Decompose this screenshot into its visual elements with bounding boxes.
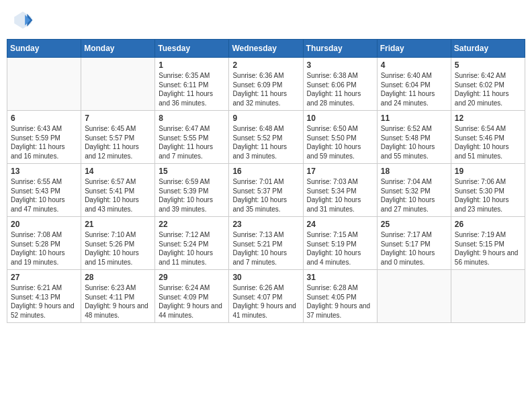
day-number: 13 bbox=[11, 167, 77, 176]
day-info: Sunrise: 7:13 AM Sunset: 5:21 PM Dayligh… bbox=[232, 230, 299, 267]
day-info: Sunrise: 6:40 AM Sunset: 6:04 PM Dayligh… bbox=[381, 71, 447, 107]
calendar-day-cell: 5Sunrise: 6:42 AM Sunset: 6:02 PM Daylig… bbox=[451, 58, 525, 111]
day-number: 5 bbox=[455, 60, 521, 70]
day-number: 30 bbox=[232, 273, 299, 282]
day-info: Sunrise: 6:48 AM Sunset: 5:52 PM Dayligh… bbox=[232, 124, 299, 161]
calendar-day-cell: 17Sunrise: 7:03 AM Sunset: 5:34 PM Dayli… bbox=[303, 164, 377, 217]
calendar-day-cell: 20Sunrise: 7:08 AM Sunset: 5:28 PM Dayli… bbox=[7, 217, 81, 270]
calendar-day-cell: 4Sunrise: 6:40 AM Sunset: 6:04 PM Daylig… bbox=[377, 58, 451, 111]
day-number: 24 bbox=[307, 220, 373, 229]
day-number: 3 bbox=[307, 60, 373, 70]
calendar-day-cell: 30Sunrise: 6:26 AM Sunset: 4:07 PM Dayli… bbox=[229, 270, 303, 323]
calendar-day-cell bbox=[377, 270, 451, 323]
weekday-header-monday: Monday bbox=[81, 40, 155, 58]
day-number: 12 bbox=[455, 113, 521, 123]
day-number: 18 bbox=[381, 167, 447, 176]
weekday-header-friday: Friday bbox=[377, 40, 451, 58]
calendar-day-cell: 29Sunrise: 6:24 AM Sunset: 4:09 PM Dayli… bbox=[155, 270, 229, 323]
day-info: Sunrise: 7:10 AM Sunset: 5:26 PM Dayligh… bbox=[85, 230, 151, 267]
calendar-week-row: 1Sunrise: 6:35 AM Sunset: 6:11 PM Daylig… bbox=[7, 58, 525, 111]
day-number: 31 bbox=[307, 273, 373, 282]
day-info: Sunrise: 6:59 AM Sunset: 5:39 PM Dayligh… bbox=[159, 177, 225, 214]
day-number: 11 bbox=[381, 113, 447, 123]
day-number: 6 bbox=[11, 113, 77, 123]
day-number: 2 bbox=[232, 60, 299, 70]
weekday-header-sunday: Sunday bbox=[7, 40, 81, 58]
calendar-day-cell: 27Sunrise: 6:21 AM Sunset: 4:13 PM Dayli… bbox=[7, 270, 81, 323]
day-info: Sunrise: 6:43 AM Sunset: 5:59 PM Dayligh… bbox=[11, 124, 77, 161]
day-info: Sunrise: 7:12 AM Sunset: 5:24 PM Dayligh… bbox=[159, 230, 225, 267]
calendar-day-cell: 9Sunrise: 6:48 AM Sunset: 5:52 PM Daylig… bbox=[229, 111, 303, 164]
day-info: Sunrise: 6:35 AM Sunset: 6:11 PM Dayligh… bbox=[159, 71, 225, 107]
logo bbox=[12, 9, 35, 31]
day-number: 14 bbox=[85, 167, 151, 176]
day-info: Sunrise: 6:55 AM Sunset: 5:43 PM Dayligh… bbox=[11, 177, 77, 214]
calendar-week-row: 27Sunrise: 6:21 AM Sunset: 4:13 PM Dayli… bbox=[7, 270, 525, 323]
day-info: Sunrise: 6:54 AM Sunset: 5:46 PM Dayligh… bbox=[455, 124, 521, 161]
calendar-day-cell: 26Sunrise: 7:19 AM Sunset: 5:15 PM Dayli… bbox=[451, 217, 525, 270]
day-info: Sunrise: 7:04 AM Sunset: 5:32 PM Dayligh… bbox=[381, 177, 447, 214]
day-info: Sunrise: 7:17 AM Sunset: 5:17 PM Dayligh… bbox=[381, 230, 447, 267]
day-number: 4 bbox=[381, 60, 447, 70]
day-info: Sunrise: 6:21 AM Sunset: 4:13 PM Dayligh… bbox=[11, 283, 77, 320]
day-number: 27 bbox=[11, 273, 77, 282]
calendar-day-cell: 19Sunrise: 7:06 AM Sunset: 5:30 PM Dayli… bbox=[451, 164, 525, 217]
calendar-day-cell bbox=[7, 58, 81, 111]
day-number: 1 bbox=[159, 60, 225, 70]
day-number: 21 bbox=[85, 220, 151, 229]
calendar-day-cell: 12Sunrise: 6:54 AM Sunset: 5:46 PM Dayli… bbox=[451, 111, 525, 164]
calendar-day-cell: 24Sunrise: 7:15 AM Sunset: 5:19 PM Dayli… bbox=[303, 217, 377, 270]
calendar-day-cell: 13Sunrise: 6:55 AM Sunset: 5:43 PM Dayli… bbox=[7, 164, 81, 217]
calendar-day-cell: 7Sunrise: 6:45 AM Sunset: 5:57 PM Daylig… bbox=[81, 111, 155, 164]
day-number: 29 bbox=[159, 273, 225, 282]
calendar-day-cell: 28Sunrise: 6:23 AM Sunset: 4:11 PM Dayli… bbox=[81, 270, 155, 323]
day-info: Sunrise: 6:52 AM Sunset: 5:48 PM Dayligh… bbox=[381, 124, 447, 161]
day-number: 9 bbox=[232, 113, 299, 123]
calendar-day-cell: 21Sunrise: 7:10 AM Sunset: 5:26 PM Dayli… bbox=[81, 217, 155, 270]
calendar-table: SundayMondayTuesdayWednesdayThursdayFrid… bbox=[7, 39, 525, 323]
day-info: Sunrise: 7:19 AM Sunset: 5:15 PM Dayligh… bbox=[455, 230, 521, 267]
day-info: Sunrise: 6:36 AM Sunset: 6:09 PM Dayligh… bbox=[232, 71, 299, 107]
day-info: Sunrise: 6:26 AM Sunset: 4:07 PM Dayligh… bbox=[232, 283, 299, 320]
weekday-header-thursday: Thursday bbox=[303, 40, 377, 58]
day-info: Sunrise: 7:08 AM Sunset: 5:28 PM Dayligh… bbox=[11, 230, 77, 267]
calendar-day-cell: 10Sunrise: 6:50 AM Sunset: 5:50 PM Dayli… bbox=[303, 111, 377, 164]
calendar-day-cell: 2Sunrise: 6:36 AM Sunset: 6:09 PM Daylig… bbox=[229, 58, 303, 111]
calendar-day-cell: 6Sunrise: 6:43 AM Sunset: 5:59 PM Daylig… bbox=[7, 111, 81, 164]
day-info: Sunrise: 6:42 AM Sunset: 6:02 PM Dayligh… bbox=[455, 71, 521, 107]
day-number: 19 bbox=[455, 167, 521, 176]
calendar-day-cell: 31Sunrise: 6:28 AM Sunset: 4:05 PM Dayli… bbox=[303, 270, 377, 323]
calendar-day-cell: 11Sunrise: 6:52 AM Sunset: 5:48 PM Dayli… bbox=[377, 111, 451, 164]
weekday-header-wednesday: Wednesday bbox=[229, 40, 303, 58]
weekday-header-saturday: Saturday bbox=[451, 40, 525, 58]
day-number: 22 bbox=[159, 220, 225, 229]
day-number: 16 bbox=[232, 167, 299, 176]
calendar-day-cell: 1Sunrise: 6:35 AM Sunset: 6:11 PM Daylig… bbox=[155, 58, 229, 111]
day-info: Sunrise: 6:28 AM Sunset: 4:05 PM Dayligh… bbox=[307, 283, 373, 320]
calendar-week-row: 20Sunrise: 7:08 AM Sunset: 5:28 PM Dayli… bbox=[7, 217, 525, 270]
weekday-header-tuesday: Tuesday bbox=[155, 40, 229, 58]
calendar-day-cell: 25Sunrise: 7:17 AM Sunset: 5:17 PM Dayli… bbox=[377, 217, 451, 270]
day-info: Sunrise: 6:23 AM Sunset: 4:11 PM Dayligh… bbox=[85, 283, 151, 320]
day-info: Sunrise: 6:24 AM Sunset: 4:09 PM Dayligh… bbox=[159, 283, 225, 320]
calendar-day-cell: 23Sunrise: 7:13 AM Sunset: 5:21 PM Dayli… bbox=[229, 217, 303, 270]
day-number: 20 bbox=[11, 220, 77, 229]
day-info: Sunrise: 6:38 AM Sunset: 6:06 PM Dayligh… bbox=[307, 71, 373, 107]
calendar-day-cell: 22Sunrise: 7:12 AM Sunset: 5:24 PM Dayli… bbox=[155, 217, 229, 270]
weekday-header-row: SundayMondayTuesdayWednesdayThursdayFrid… bbox=[7, 40, 525, 58]
calendar-day-cell bbox=[451, 270, 525, 323]
page-header bbox=[7, 7, 525, 34]
day-number: 10 bbox=[307, 113, 373, 123]
day-number: 17 bbox=[307, 167, 373, 176]
day-info: Sunrise: 7:06 AM Sunset: 5:30 PM Dayligh… bbox=[455, 177, 521, 214]
calendar-day-cell: 16Sunrise: 7:01 AM Sunset: 5:37 PM Dayli… bbox=[229, 164, 303, 217]
calendar-day-cell: 8Sunrise: 6:47 AM Sunset: 5:55 PM Daylig… bbox=[155, 111, 229, 164]
day-number: 28 bbox=[85, 273, 151, 282]
day-number: 15 bbox=[159, 167, 225, 176]
day-info: Sunrise: 6:47 AM Sunset: 5:55 PM Dayligh… bbox=[159, 124, 225, 161]
calendar-week-row: 13Sunrise: 6:55 AM Sunset: 5:43 PM Dayli… bbox=[7, 164, 525, 217]
day-number: 8 bbox=[159, 113, 225, 123]
calendar-week-row: 6Sunrise: 6:43 AM Sunset: 5:59 PM Daylig… bbox=[7, 111, 525, 164]
calendar-day-cell: 15Sunrise: 6:59 AM Sunset: 5:39 PM Dayli… bbox=[155, 164, 229, 217]
day-number: 26 bbox=[455, 220, 521, 229]
